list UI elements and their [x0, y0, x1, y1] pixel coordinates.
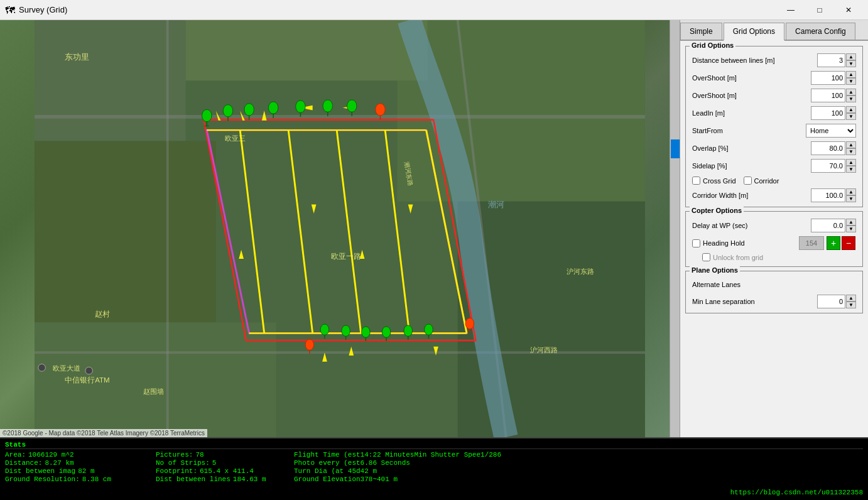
leadin-up[interactable]: ▲ [846, 106, 856, 113]
copter-options-title: Copter Options [690, 207, 744, 214]
dist-lines-val: 184.63 m [233, 476, 266, 483]
stats-photo-every: Photo every (est6.86 Seconds [294, 459, 863, 467]
overlap-up[interactable]: ▲ [846, 141, 856, 148]
overshoot1-down[interactable]: ▼ [846, 78, 856, 85]
delay-input[interactable] [811, 219, 845, 232]
min-lane-sep-down[interactable]: ▼ [846, 302, 856, 308]
checkbox-row-1: Cross Grid Corridor [688, 175, 860, 187]
heading-hold-row: Heading Hold 154 + − [688, 234, 860, 252]
elevation-key: Ground Elevation378~401 m [294, 476, 398, 483]
corridor-width-spinner: ▲ ▼ [811, 188, 856, 202]
delay-label: Delay at WP (sec) [692, 222, 811, 229]
stats-flight-time: Flight Time (est14:22 MinutesMin Shutter… [294, 451, 863, 459]
main-content: 潮河 [0, 20, 868, 437]
overlap-down[interactable]: ▼ [846, 148, 856, 155]
footprint-val: 615.4 x 411.4 [200, 467, 254, 475]
grid-options-title: Grid Options [690, 41, 735, 49]
overlap-row: Overlap [%] ▲ ▼ [688, 139, 860, 157]
min-lane-sep-input[interactable] [817, 295, 845, 308]
cross-grid-item: Cross Grid [692, 177, 736, 185]
area-key: Area: [5, 451, 26, 459]
startfrom-label: StartFrom [692, 127, 806, 134]
dist-images-key: Dist between imag [5, 467, 75, 475]
map-area[interactable]: 潮河 [0, 20, 680, 437]
overshoot1-spinner-btns: ▲ ▼ [846, 71, 856, 85]
stats-dist-images: Dist between imag 82 m [5, 467, 156, 475]
distance-key: Distance: [5, 459, 42, 467]
corridor-label: Corridor [754, 177, 779, 185]
delay-up[interactable]: ▲ [846, 219, 856, 226]
heading-hold-checkbox[interactable] [692, 239, 700, 247]
overlap-spinner-btns: ▲ ▼ [846, 141, 856, 155]
ground-res-key: Ground Resolution: [5, 476, 80, 483]
unlock-checkbox[interactable] [702, 253, 710, 261]
tab-simple[interactable]: Simple [680, 23, 722, 40]
leadin-label: LeadIn [m] [692, 109, 811, 117]
copter-options-section: Copter Options Delay at WP (sec) ▲ ▼ [685, 211, 863, 267]
overshoot1-label: OverShoot [m] [692, 74, 811, 82]
overshoot2-row: OverShoot [m] ▲ ▼ [688, 87, 860, 104]
cross-grid-checkbox[interactable] [692, 177, 700, 185]
min-lane-sep-spinner-btns: ▲ ▼ [846, 295, 856, 308]
overshoot2-input[interactable] [811, 89, 845, 102]
overshoot1-row: OverShoot [m] ▲ ▼ [688, 69, 860, 87]
overshoot2-down[interactable]: ▼ [846, 95, 856, 102]
tab-bar: Simple Grid Options Camera Config [680, 20, 868, 41]
overshoot1-spinner: ▲ ▼ [811, 71, 856, 85]
stats-grid: Area: 1066129 m^2 Distance: 8.27 km Dist… [5, 451, 863, 483]
alternate-lanes-label: Alternate Lanes [692, 281, 856, 288]
heading-decrease-button[interactable]: − [842, 236, 855, 250]
strips-key: No of Strips: [156, 459, 210, 467]
min-lane-sep-up[interactable]: ▲ [846, 295, 856, 302]
distance-down[interactable]: ▼ [846, 60, 856, 67]
distance-up[interactable]: ▲ [846, 53, 856, 60]
overshoot1-up[interactable]: ▲ [846, 71, 856, 78]
distance-spinner-btns: ▲ ▼ [846, 53, 856, 67]
maximize-button[interactable]: □ [805, 0, 834, 20]
corridor-width-down[interactable]: ▼ [846, 195, 856, 202]
stats-dist-lines: Dist between lines 184.63 m [156, 476, 294, 483]
sidelap-row: Sidelap [%] ▲ ▼ [688, 157, 860, 175]
distance-input[interactable] [817, 53, 845, 67]
overshoot2-up[interactable]: ▲ [846, 89, 856, 95]
close-button[interactable]: ✕ [834, 0, 863, 20]
tab-camera-config[interactable]: Camera Config [786, 23, 855, 40]
startfrom-row: StartFrom Home Closest Point Farthest Po… [688, 122, 860, 139]
pictures-key: Pictures: [156, 451, 193, 459]
overshoot2-spinner: ▲ ▼ [811, 89, 856, 102]
distance-spinner: ▲ ▼ [817, 53, 856, 67]
corridor-width-up[interactable]: ▲ [846, 188, 856, 195]
dist-images-val: 82 m [78, 467, 94, 475]
stats-distance: Distance: 8.27 km [5, 459, 156, 467]
delay-down[interactable]: ▼ [846, 226, 856, 232]
stats-strips: No of Strips: 5 [156, 459, 294, 467]
leadin-down[interactable]: ▼ [846, 113, 856, 120]
corridor-width-input[interactable] [811, 188, 845, 202]
sidelap-up[interactable]: ▲ [846, 159, 856, 166]
stats-col-1: Area: 1066129 m^2 Distance: 8.27 km Dist… [5, 451, 156, 483]
scrollbar-thumb[interactable] [671, 139, 680, 158]
startfrom-select[interactable]: Home Closest Point Farthest Point [806, 124, 856, 138]
photo-every-key: Photo every (est6.86 Seconds [294, 459, 410, 467]
overshoot1-input[interactable] [811, 71, 845, 85]
sidelap-down[interactable]: ▼ [846, 166, 856, 173]
delay-row: Delay at WP (sec) ▲ ▼ [688, 217, 860, 234]
overshoot2-spinner-btns: ▲ ▼ [846, 89, 856, 102]
stats-url: https://blog.csdn.net/u011322358 [730, 489, 863, 496]
map-scrollbar[interactable] [670, 20, 680, 437]
corridor-checkbox[interactable] [744, 177, 752, 185]
sidelap-spinner-btns: ▲ ▼ [846, 159, 856, 173]
pictures-val: 78 [195, 451, 203, 459]
overlap-label: Overlap [%] [692, 144, 811, 152]
leadin-input[interactable] [811, 106, 845, 120]
flight-time-key: Flight Time (est14:22 MinutesMin Shutter… [294, 451, 501, 459]
heading-hold-label: Heading Hold [703, 239, 797, 247]
stats-elevation: Ground Elevation378~401 m [294, 476, 863, 483]
sidelap-input[interactable] [811, 159, 845, 173]
heading-increase-button[interactable]: + [827, 236, 840, 250]
stats-turn-dia: Turn Dia (at 45d42 m [294, 467, 863, 475]
overlap-input[interactable] [811, 141, 845, 155]
minimize-button[interactable]: — [776, 0, 805, 20]
tab-grid-options[interactable]: Grid Options [724, 23, 784, 41]
stats-title: Stats [5, 441, 863, 449]
